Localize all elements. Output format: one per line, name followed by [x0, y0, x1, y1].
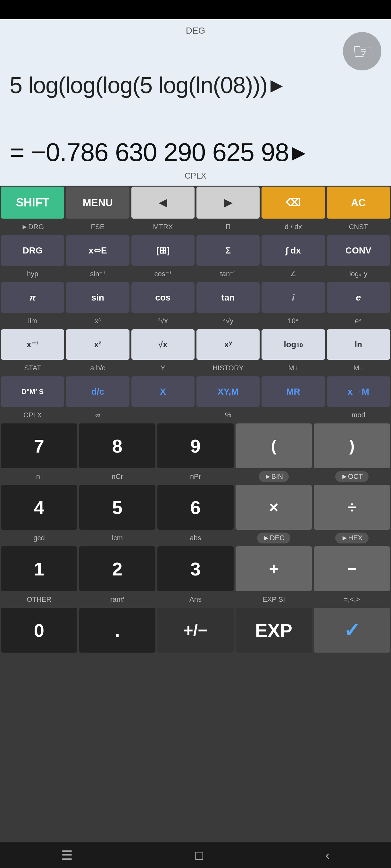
label-empty2 — [260, 408, 326, 423]
label-fse: FSE — [65, 220, 130, 234]
label-empty1 — [131, 408, 196, 423]
dec-badge[interactable]: ►DEC — [257, 533, 290, 544]
xsq-button[interactable]: x² — [66, 329, 129, 360]
label-mplus: M+ — [260, 361, 326, 375]
label-lcm: lcm — [78, 531, 157, 546]
xym-button[interactable]: XY,M — [196, 376, 260, 407]
pi-button[interactable]: π — [1, 282, 64, 313]
log10-button[interactable]: log₁₀ — [261, 329, 325, 360]
label-mod: mod — [326, 408, 391, 423]
integral-button[interactable]: ∫ dx — [261, 235, 325, 266]
result-row: = −0.786 630 290 625 98 ▶ — [9, 137, 381, 167]
label-mtrx: MTRX — [131, 220, 196, 234]
tan-button[interactable]: tan — [196, 282, 260, 313]
0-button[interactable]: 0 — [1, 608, 77, 653]
label-row-2: lim x³ ³√x ˣ√y 10ˣ eˣ — [0, 314, 391, 329]
shift-button[interactable]: SHIFT — [1, 187, 64, 219]
label-bin: ►BIN — [234, 469, 313, 484]
label-drg: ►DRG — [0, 220, 65, 234]
display-area: DEG ☞ 5 log(log(log(5 log(ln(08))) ▶ = −… — [0, 19, 391, 186]
bin-badge[interactable]: ►BIN — [259, 471, 289, 482]
hex-badge[interactable]: ►HEX — [335, 533, 368, 544]
label-abs: abs — [157, 531, 234, 546]
menu-button[interactable]: MENU — [66, 187, 129, 219]
row-shift: SHIFT MENU ◀ ▶ ⌫ AC — [0, 186, 391, 220]
check-button[interactable]: ✓ — [314, 608, 390, 653]
xinv-button[interactable]: x⁻¹ — [1, 329, 64, 360]
mr-button[interactable]: MR — [261, 376, 325, 407]
divide-button[interactable]: ÷ — [314, 485, 390, 530]
label-row-5: n! nCr nPr ►BIN ►OCT — [0, 469, 391, 484]
label-inf: ∞ — [65, 408, 130, 423]
dms-button[interactable]: D°M′ S — [1, 376, 64, 407]
label-row-4: CPLX ∞ % mod — [0, 408, 391, 423]
label-row-1: hyp sin⁻¹ cos⁻¹ tan⁻¹ ∠ logₓ y — [0, 267, 391, 281]
oct-badge[interactable]: ►OCT — [335, 471, 368, 482]
label-row-6: gcd lcm abs ►DEC ►HEX — [0, 531, 391, 546]
ln-button[interactable]: ln — [327, 329, 390, 360]
label-xcubed: x³ — [65, 314, 130, 329]
nav-back-icon[interactable]: ‹ — [326, 848, 330, 863]
row-123: 1 2 3 + − — [0, 546, 391, 592]
status-bar — [0, 0, 391, 19]
xtom-button[interactable]: x→M — [327, 376, 390, 407]
keyboard-area: SHIFT MENU ◀ ▶ ⌫ AC ►DRG FSE MTRX Π d / … — [0, 186, 391, 842]
label-hex: ►HEX — [313, 531, 391, 546]
label-stat: STAT — [0, 361, 65, 375]
minus-button[interactable]: − — [314, 546, 390, 591]
open-paren-button[interactable]: ( — [235, 424, 312, 468]
9-button[interactable]: 9 — [157, 424, 234, 468]
label-gcd: gcd — [0, 531, 78, 546]
exp-button[interactable]: EXP — [235, 608, 312, 653]
imaginary-button[interactable]: i — [261, 282, 325, 313]
dot-button[interactable]: . — [79, 608, 156, 653]
6-button[interactable]: 6 — [157, 485, 234, 530]
label-atan: tan⁻¹ — [196, 267, 260, 281]
label-ncr: nCr — [78, 469, 157, 484]
cplx-display-label: CPLX — [9, 171, 381, 181]
x-button[interactable]: X — [132, 376, 195, 407]
sigma-button[interactable]: Σ — [196, 235, 260, 266]
plus-button[interactable]: + — [235, 546, 312, 591]
dc-button[interactable]: d/c — [66, 376, 129, 407]
right-arrow-button[interactable]: ▶ — [196, 187, 260, 219]
label-nfact: n! — [0, 469, 78, 484]
3-button[interactable]: 3 — [157, 546, 234, 591]
7-button[interactable]: 7 — [1, 424, 77, 468]
label-ddx: d / dx — [260, 220, 326, 234]
row-mem: D°M′ S d/c X XY,M MR x→M — [0, 375, 391, 408]
cos-button[interactable]: cos — [132, 282, 195, 313]
nav-home-icon[interactable]: □ — [195, 848, 203, 863]
xpowy-button[interactable]: xʸ — [196, 329, 260, 360]
plusminus-button[interactable]: +/− — [157, 608, 234, 653]
row-bottom: 0 . +/− EXP ✓ — [0, 607, 391, 654]
5-button[interactable]: 5 — [79, 485, 156, 530]
close-paren-button[interactable]: ) — [314, 424, 390, 468]
delete-button[interactable]: ⌫ — [261, 187, 325, 219]
2-button[interactable]: 2 — [79, 546, 156, 591]
label-history: HISTORY — [196, 361, 260, 375]
1-button[interactable]: 1 — [1, 546, 77, 591]
drg-button[interactable]: DRG — [1, 235, 64, 266]
left-arrow-button[interactable]: ◀ — [132, 187, 195, 219]
matrix-button[interactable]: [⊞] — [132, 235, 195, 266]
sin-button[interactable]: sin — [66, 282, 129, 313]
navigation-bar: ☰ □ ‹ — [0, 842, 391, 868]
conv-button[interactable]: CONV — [327, 235, 390, 266]
sqrt-button[interactable]: √x — [132, 329, 195, 360]
label-10x: 10ˣ — [260, 314, 326, 329]
row-789: 7 8 9 ( ) — [0, 423, 391, 469]
multiply-button[interactable]: × — [235, 485, 312, 530]
8-button[interactable]: 8 — [79, 424, 156, 468]
label-mminus: M− — [326, 361, 391, 375]
xe-button[interactable]: x⇔E — [66, 235, 129, 266]
nav-menu-icon[interactable]: ☰ — [61, 848, 73, 863]
label-cplx: CPLX — [0, 408, 65, 423]
ac-button[interactable]: AC — [327, 187, 390, 219]
4-button[interactable]: 4 — [1, 485, 77, 530]
label-logxy: logₓ y — [326, 267, 391, 281]
label-oct: ►OCT — [313, 469, 391, 484]
euler-button[interactable]: e — [327, 282, 390, 313]
label-pi: Π — [196, 220, 260, 234]
label-row-0: ►DRG FSE MTRX Π d / dx CNST — [0, 220, 391, 234]
